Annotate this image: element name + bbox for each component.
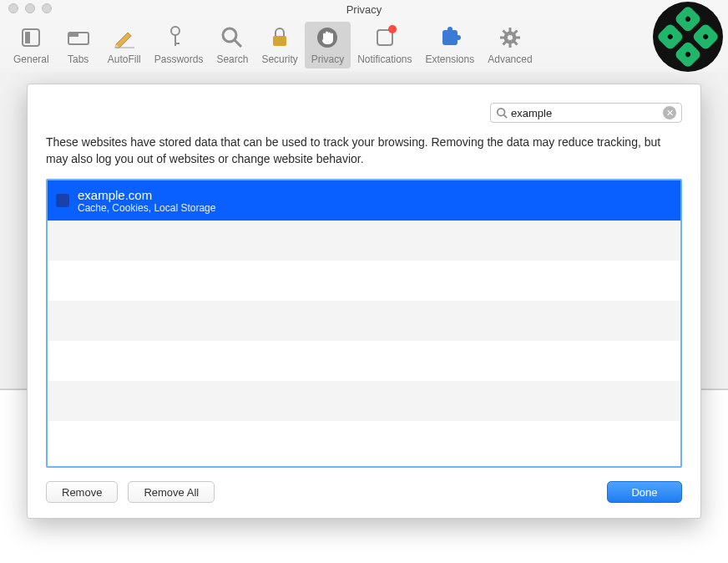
toolbar-item-label: General	[13, 53, 49, 65]
toolbar-item-label: Tabs	[68, 53, 88, 65]
empty-row	[48, 301, 680, 341]
zoom-window-button[interactable]	[42, 3, 52, 13]
search-input[interactable]	[511, 107, 660, 119]
bell-icon	[370, 23, 400, 52]
svg-rect-4	[114, 47, 134, 48]
magnifier-icon	[217, 23, 247, 52]
toolbar-item-privacy[interactable]: Privacy	[305, 22, 351, 68]
toolbar-item-advanced[interactable]: Advanced	[481, 22, 538, 68]
done-button[interactable]: Done	[607, 481, 682, 503]
app-badge-icon	[653, 2, 723, 72]
tab-icon	[63, 23, 94, 52]
key-icon	[164, 23, 194, 52]
empty-row	[48, 381, 680, 421]
toolbar-item-passwords[interactable]: Passwords	[148, 22, 210, 68]
clear-search-icon[interactable]: ✕	[663, 106, 676, 119]
toolbar-item-label: Passwords	[154, 53, 204, 65]
remove-button[interactable]: Remove	[46, 481, 118, 503]
website-detail: Cache, Cookies, Local Storage	[78, 202, 215, 214]
svg-rect-14	[442, 30, 458, 45]
website-domain: example.com	[78, 188, 215, 202]
svg-rect-1	[25, 32, 30, 43]
search-icon	[496, 107, 508, 119]
hand-icon	[312, 23, 342, 52]
titlebar: Privacy	[0, 0, 728, 18]
toolbar-item-label: Privacy	[311, 53, 344, 65]
pencil-icon	[109, 23, 139, 52]
gear-icon	[495, 23, 525, 52]
svg-point-26	[508, 35, 513, 40]
svg-point-5	[171, 27, 179, 35]
toolbar-item-tabs[interactable]: Tabs	[56, 22, 101, 68]
toolbar-item-security[interactable]: Security	[255, 22, 304, 68]
toolbar-item-autofill[interactable]: AutoFill	[101, 22, 148, 68]
empty-row	[48, 221, 680, 261]
empty-row	[48, 261, 680, 301]
switch-icon	[16, 23, 46, 52]
minimize-window-button[interactable]	[25, 3, 35, 13]
svg-point-8	[223, 28, 236, 42]
toolbar-item-notifications[interactable]: Notifications	[351, 22, 418, 68]
window-controls[interactable]	[8, 3, 52, 13]
remove-all-button[interactable]: Remove All	[128, 481, 215, 503]
toolbar-item-label: AutoFill	[108, 53, 141, 65]
toolbar-item-search[interactable]: Search	[210, 22, 255, 68]
sheet-description: These websites have stored data that can…	[46, 134, 682, 167]
puzzle-icon	[435, 23, 465, 52]
website-row[interactable]: example.comCache, Cookies, Local Storage	[48, 180, 680, 221]
toolbar-item-label: Extensions	[426, 53, 475, 65]
preferences-toolbar: GeneralTabsAutoFillPasswordsSearchSecuri…	[0, 18, 728, 72]
svg-line-9	[235, 40, 241, 47]
website-data-sheet: ✕ These websites have stored data that c…	[27, 84, 701, 519]
window-title: Privacy	[346, 3, 382, 16]
empty-row	[48, 341, 680, 381]
website-data-list[interactable]: example.comCache, Cookies, Local Storage	[46, 179, 682, 468]
svg-line-28	[504, 115, 508, 119]
toolbar-item-label: Advanced	[488, 53, 532, 65]
lock-icon	[265, 23, 295, 52]
toolbar-item-general[interactable]: General	[7, 22, 56, 68]
empty-row	[48, 421, 680, 461]
site-favicon-icon	[56, 194, 69, 207]
toolbar-item-label: Search	[216, 53, 248, 65]
toolbar-item-label: Notifications	[357, 53, 412, 65]
toolbar-item-extensions[interactable]: Extensions	[419, 22, 482, 68]
svg-point-15	[447, 27, 452, 32]
close-window-button[interactable]	[8, 3, 18, 13]
search-field[interactable]: ✕	[490, 103, 682, 123]
svg-point-27	[498, 109, 505, 116]
toolbar-item-label: Security	[261, 53, 297, 65]
svg-rect-10	[273, 36, 286, 46]
svg-rect-7	[174, 43, 179, 44]
svg-rect-3	[68, 33, 78, 37]
svg-point-13	[388, 25, 397, 33]
svg-point-16	[456, 35, 461, 40]
